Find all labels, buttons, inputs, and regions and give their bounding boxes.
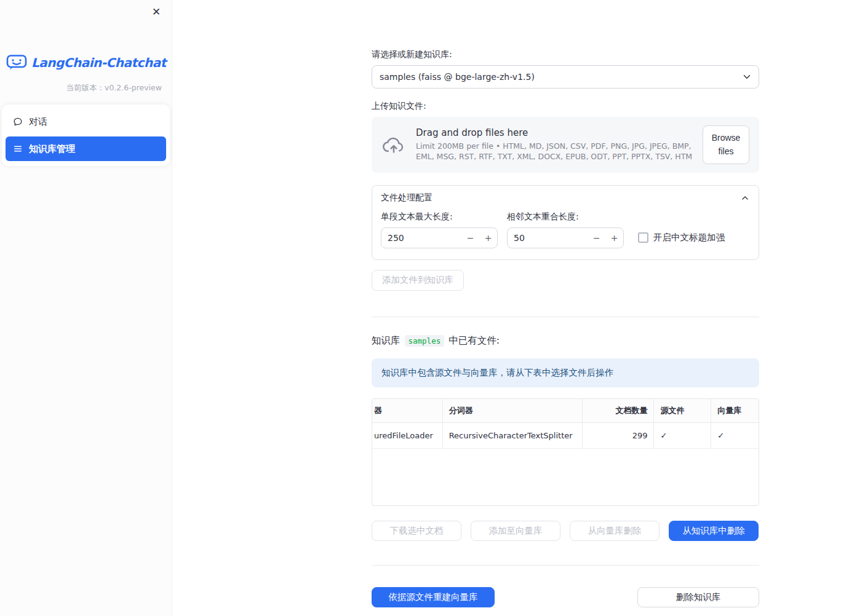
logo: LangChain-Chatchat xyxy=(0,54,172,71)
kb-name-code: samples xyxy=(405,335,445,347)
kb-files-suffix: 中已有文件: xyxy=(448,334,500,347)
sidebar-item-kb-management[interactable]: 知识库管理 xyxy=(6,136,166,161)
add-to-vectorstore-button[interactable]: 添加至向量库 xyxy=(471,521,560,541)
browse-files-button[interactable]: Browse files xyxy=(703,125,749,164)
table-cell-vector-check[interactable]: ✓ xyxy=(711,423,759,448)
kb-files-heading: 知识库 samples 中已有文件: xyxy=(372,334,759,347)
table-cell-source-check[interactable]: ✓ xyxy=(654,423,711,448)
table-cell-splitter[interactable]: RecursiveCharacterTextSplitter xyxy=(443,423,583,448)
version-label: 当前版本：v0.2.6-preview xyxy=(0,83,172,93)
zh-title-checkbox-label: 开启中文标题加强 xyxy=(653,232,725,243)
divider xyxy=(372,565,759,566)
checkbox-icon[interactable] xyxy=(638,232,648,243)
file-action-buttons: 下载选中文档 添加至向量库 从向量库删除 从知识库中删除 xyxy=(372,521,759,541)
table-header-cell[interactable]: 分词器 xyxy=(443,399,583,422)
sidebar-menu: 对话 知识库管理 xyxy=(2,105,170,166)
table-cell-doc-count[interactable]: 299 xyxy=(583,423,655,448)
table-row[interactable]: uredFileLoader RecursiveCharacterTextSpl… xyxy=(372,423,759,449)
logo-chat-icon xyxy=(6,54,27,71)
uploader-drag-text: Drag and drop files here xyxy=(416,127,693,138)
list-icon xyxy=(13,144,23,154)
kb-select-label: 请选择或新建知识库: xyxy=(372,49,759,60)
kb-files-prefix: 知识库 xyxy=(372,334,401,347)
rebuild-vectorstore-button[interactable]: 依据源文件重建向量库 xyxy=(372,587,495,607)
table-header-cell[interactable]: 器 xyxy=(372,399,443,422)
overlap-label: 相邻文本重合长度: xyxy=(507,211,624,223)
delete-from-kb-button[interactable]: 从知识库中删除 xyxy=(669,521,759,541)
kb-select[interactable]: samples (faiss @ bge-large-zh-v1.5) xyxy=(372,65,759,89)
file-uploader-dropzone[interactable]: Drag and drop files here Limit 200MB per… xyxy=(372,117,759,173)
chat-bubble-icon xyxy=(13,117,23,127)
download-selected-button[interactable]: 下载选中文档 xyxy=(372,521,461,541)
kb-action-buttons: 依据源文件重建向量库 删除知识库 xyxy=(372,587,759,607)
upload-label: 上传知识文件: xyxy=(372,101,759,112)
kb-select-value: samples (faiss @ bge-large-zh-v1.5) xyxy=(380,72,535,82)
cloud-upload-icon xyxy=(381,134,406,155)
table-header-cell[interactable]: 向量库 xyxy=(711,399,759,422)
sidebar-item-label: 对话 xyxy=(29,116,47,128)
delete-from-vectorstore-button[interactable]: 从向量库删除 xyxy=(570,521,660,541)
overlap-input[interactable]: − + xyxy=(507,227,624,248)
sidebar-item-label: 知识库管理 xyxy=(29,143,75,155)
sidebar: ✕ LangChain-Chatchat 当前版本：v0.2.6-preview… xyxy=(0,0,172,616)
sidebar-item-dialogue[interactable]: 对话 xyxy=(6,109,166,134)
minus-icon[interactable]: − xyxy=(461,228,479,248)
table-header-cell[interactable]: 源文件 xyxy=(654,399,711,422)
sidebar-close-icon[interactable]: ✕ xyxy=(148,4,164,20)
max-length-input[interactable]: − + xyxy=(381,227,498,248)
max-length-label: 单段文本最大长度: xyxy=(381,211,498,223)
expander-title: 文件处理配置 xyxy=(381,192,432,203)
uploader-limit-text: Limit 200MB per file • HTML, MD, JSON, C… xyxy=(416,141,693,162)
kb-files-table[interactable]: 器 分词器 文档数量 源文件 向量库 uredFileLoader Recurs… xyxy=(372,398,759,506)
chevron-down-icon xyxy=(741,71,752,82)
app-title: LangChain-Chatchat xyxy=(31,55,166,70)
table-cell-loader[interactable]: uredFileLoader xyxy=(372,423,443,448)
minus-icon[interactable]: − xyxy=(588,228,605,248)
plus-icon[interactable]: + xyxy=(605,228,623,248)
main-area: 请选择或新建知识库: samples (faiss @ bge-large-zh… xyxy=(172,0,849,616)
chevron-up-icon xyxy=(740,193,750,203)
max-length-value[interactable] xyxy=(381,233,461,243)
file-config-expander: 文件处理配置 单段文本最大长度: − + 相邻文本重合长度: xyxy=(372,185,759,260)
add-files-to-kb-button[interactable]: 添加文件到知识库 xyxy=(372,270,464,291)
zh-title-checkbox-group[interactable]: 开启中文标题加强 xyxy=(638,232,725,243)
divider xyxy=(372,317,759,317)
overlap-value[interactable] xyxy=(508,233,588,243)
delete-kb-button[interactable]: 删除知识库 xyxy=(637,587,759,607)
file-config-expander-header[interactable]: 文件处理配置 xyxy=(372,186,759,210)
plus-icon[interactable]: + xyxy=(479,228,497,248)
table-header-row: 器 分词器 文档数量 源文件 向量库 xyxy=(372,399,759,423)
info-banner: 知识库中包含源文件与向量库，请从下表中选择文件后操作 xyxy=(372,358,759,387)
table-header-cell[interactable]: 文档数量 xyxy=(583,399,655,422)
